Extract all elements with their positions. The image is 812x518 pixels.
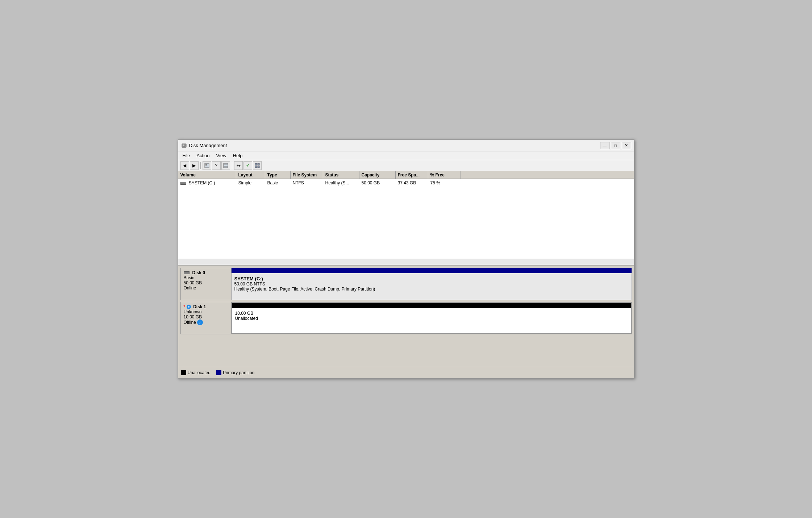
- key-button[interactable]: 🗝: [234, 161, 243, 170]
- disk1-header-bar: [232, 303, 631, 308]
- cell-filesystem: NTFS: [291, 180, 323, 186]
- svg-rect-11: [258, 166, 259, 168]
- disk1-status-row: Offline i: [184, 319, 228, 325]
- svg-rect-1: [183, 145, 184, 146]
- disk0-header-bar: [232, 268, 632, 273]
- cell-status: Healthy (S...: [323, 180, 359, 186]
- disk0-content: SYSTEM (C:) 50.00 GB NTFS Healthy (Syste…: [232, 268, 632, 300]
- disk0-label: Disk 0 Basic 50.00 GB Online: [181, 268, 232, 300]
- disk1-content: 10.00 GB Unallocated: [232, 302, 632, 334]
- legend-box-blue: [216, 370, 221, 375]
- header-type[interactable]: Type: [265, 171, 291, 179]
- disk0-partition[interactable]: SYSTEM (C:) 50.00 GB NTFS Healthy (Syste…: [232, 273, 632, 300]
- disk1-type: Unknown: [184, 309, 228, 314]
- legend-unallocated: Unallocated: [181, 370, 211, 375]
- disk0-name: Disk 0: [192, 270, 205, 275]
- list-body: SYSTEM (C:) Simple Basic NTFS Healthy (S…: [178, 179, 634, 259]
- toolbar: ◀ ▶ ? 🗝 ✔: [178, 160, 634, 171]
- rescan-icon: [223, 163, 228, 168]
- minimize-button[interactable]: —: [600, 142, 609, 149]
- disk0-icon: [184, 271, 190, 274]
- svg-point-2: [184, 146, 186, 147]
- maximize-button[interactable]: □: [611, 142, 620, 149]
- menu-file[interactable]: File: [180, 152, 193, 159]
- back-button[interactable]: ◀: [180, 161, 189, 170]
- cell-type: Basic: [265, 180, 291, 186]
- cell-layout: Simple: [236, 180, 265, 186]
- header-layout[interactable]: Layout: [236, 171, 265, 179]
- disk0-partition-status: Healthy (System, Boot, Page File, Active…: [234, 287, 629, 292]
- check-button[interactable]: ✔: [243, 161, 252, 170]
- cell-freespace: 37.43 GB: [396, 180, 428, 186]
- disk0-name-row: Disk 0: [184, 270, 228, 275]
- list-header: Volume Layout Type File System Status Ca…: [178, 171, 634, 179]
- header-freespace[interactable]: Free Spa...: [396, 171, 428, 179]
- toolbar-separator-2: [232, 162, 232, 169]
- settings-button[interactable]: [253, 161, 262, 170]
- close-button[interactable]: ✕: [622, 142, 631, 149]
- forward-button[interactable]: ▶: [190, 161, 199, 170]
- table-row[interactable]: SYSTEM (C:) Simple Basic NTFS Healthy (S…: [178, 179, 634, 187]
- info-icon[interactable]: i: [197, 319, 203, 325]
- header-rest: [461, 171, 634, 179]
- cell-percentfree: 75 %: [428, 180, 461, 186]
- legend-box-black: [181, 370, 186, 375]
- help-button[interactable]: ?: [212, 161, 221, 170]
- disk-panel: Disk 0 Basic 50.00 GB Online SYSTEM (C:)…: [178, 266, 634, 367]
- title-bar-controls: — □ ✕: [600, 142, 631, 149]
- cell-capacity: 50.00 GB: [359, 180, 396, 186]
- disk1-label: * ● Disk 1 Unknown 10.00 GB Offline i: [181, 302, 232, 334]
- cell-volume: SYSTEM (C:): [178, 180, 236, 186]
- menu-help[interactable]: Help: [230, 152, 246, 159]
- svg-rect-10: [255, 166, 257, 168]
- disk1-unallocated[interactable]: 10.00 GB Unallocated: [232, 308, 631, 333]
- title-bar: Disk Management — □ ✕: [178, 140, 634, 151]
- menu-action[interactable]: Action: [193, 152, 212, 159]
- properties-button[interactable]: [203, 161, 211, 170]
- svg-rect-4: [205, 164, 207, 166]
- title-bar-left: Disk Management: [181, 143, 227, 149]
- legend-primary: Primary partition: [216, 370, 254, 375]
- disk1-size: 10.00 GB: [184, 314, 228, 319]
- settings-icon: [255, 163, 260, 168]
- disk1-partition-status: Unallocated: [235, 316, 628, 321]
- disk-icon: [181, 143, 187, 149]
- disk1-name: Disk 1: [193, 304, 206, 309]
- header-status[interactable]: Status: [323, 171, 359, 179]
- disk1-partition-size: 10.00 GB: [235, 311, 628, 316]
- disk0-type: Basic: [184, 275, 228, 280]
- main-content: Volume Layout Type File System Status Ca…: [178, 171, 634, 378]
- disk1-bullet-icon: ●: [187, 305, 191, 309]
- svg-rect-5: [224, 163, 228, 168]
- header-volume[interactable]: Volume: [178, 171, 236, 179]
- menu-view[interactable]: View: [213, 152, 229, 159]
- legend: Unallocated Primary partition: [178, 367, 634, 378]
- toolbar-separator-1: [200, 162, 201, 169]
- legend-unallocated-label: Unallocated: [188, 370, 211, 375]
- drive-icon: [180, 182, 186, 185]
- disk0-size: 50.00 GB: [184, 280, 228, 285]
- disk1-asterisk: *: [184, 304, 186, 309]
- main-window: Disk Management — □ ✕ File Action View H…: [178, 139, 634, 379]
- header-percentfree[interactable]: % Free: [428, 171, 461, 179]
- svg-rect-8: [255, 163, 257, 165]
- disk0-partition-title: SYSTEM (C:): [234, 276, 629, 281]
- list-panel: Volume Layout Type File System Status Ca…: [178, 171, 634, 266]
- header-filesystem[interactable]: File System: [291, 171, 323, 179]
- legend-primary-label: Primary partition: [223, 370, 254, 375]
- cell-rest: [461, 182, 634, 184]
- disk1-name-row: * ● Disk 1: [184, 304, 228, 309]
- menu-bar: File Action View Help: [178, 151, 634, 160]
- disk0-row: Disk 0 Basic 50.00 GB Online SYSTEM (C:)…: [180, 268, 632, 300]
- header-capacity[interactable]: Capacity: [359, 171, 396, 179]
- window-title: Disk Management: [189, 143, 227, 148]
- disk0-partition-size: 50.00 GB NTFS: [234, 281, 629, 287]
- disk0-status: Online: [184, 285, 228, 291]
- disk1-row: * ● Disk 1 Unknown 10.00 GB Offline i 10…: [180, 302, 632, 334]
- svg-rect-9: [258, 163, 259, 165]
- properties-icon: [204, 163, 209, 168]
- rescan-button[interactable]: [221, 161, 230, 170]
- disk1-status: Offline: [184, 320, 196, 325]
